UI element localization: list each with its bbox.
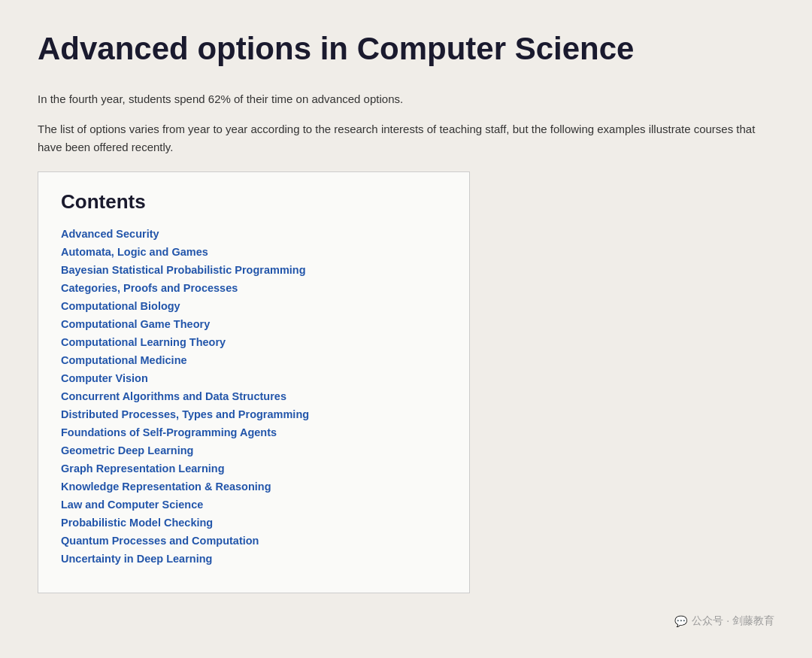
course-link[interactable]: Computational Medicine bbox=[61, 354, 187, 366]
intro-paragraph-2: The list of options varies from year to … bbox=[38, 120, 774, 156]
contents-box: Contents Advanced SecurityAutomata, Logi… bbox=[38, 171, 470, 593]
list-item: Probabilistic Model Checking bbox=[61, 516, 447, 529]
intro-paragraph-1: In the fourth year, students spend 62% o… bbox=[38, 90, 774, 108]
list-item: Uncertainty in Deep Learning bbox=[61, 552, 447, 566]
contents-title: Contents bbox=[61, 190, 447, 214]
list-item: Concurrent Algorithms and Data Structure… bbox=[61, 390, 447, 403]
course-link[interactable]: Computer Vision bbox=[61, 372, 148, 384]
list-item: Computational Learning Theory bbox=[61, 335, 447, 349]
course-link[interactable]: Geometric Deep Learning bbox=[61, 444, 193, 456]
list-item: Computational Medicine bbox=[61, 353, 447, 367]
list-item: Computational Game Theory bbox=[61, 317, 447, 331]
list-item: Computer Vision bbox=[61, 371, 447, 385]
list-item: Geometric Deep Learning bbox=[61, 444, 447, 457]
course-link[interactable]: Distributed Processes, Types and Program… bbox=[61, 408, 309, 420]
list-item: Automata, Logic and Games bbox=[61, 245, 447, 259]
course-link[interactable]: Uncertainty in Deep Learning bbox=[61, 553, 212, 565]
course-link[interactable]: Law and Computer Science bbox=[61, 499, 203, 511]
course-link[interactable]: Concurrent Algorithms and Data Structure… bbox=[61, 390, 286, 402]
list-item: Foundations of Self-Programming Agents bbox=[61, 426, 447, 439]
course-link[interactable]: Advanced Security bbox=[61, 228, 159, 240]
list-item: Graph Representation Learning bbox=[61, 462, 447, 475]
course-link[interactable]: Categories, Proofs and Processes bbox=[61, 282, 238, 294]
course-link[interactable]: Graph Representation Learning bbox=[61, 462, 225, 475]
course-link[interactable]: Automata, Logic and Games bbox=[61, 246, 208, 258]
course-link[interactable]: Computational Game Theory bbox=[61, 318, 210, 330]
list-item: Distributed Processes, Types and Program… bbox=[61, 408, 447, 421]
list-item: Advanced Security bbox=[61, 227, 447, 241]
course-link[interactable]: Knowledge Representation & Reasoning bbox=[61, 481, 271, 493]
watermark-icon: 💬 bbox=[674, 615, 687, 627]
list-item: Knowledge Representation & Reasoning bbox=[61, 480, 447, 493]
page-title: Advanced options in Computer Science bbox=[38, 30, 774, 68]
course-link[interactable]: Quantum Processes and Computation bbox=[61, 535, 259, 547]
list-item: Law and Computer Science bbox=[61, 498, 447, 511]
list-item: Bayesian Statistical Probabilistic Progr… bbox=[61, 263, 447, 277]
list-item: Quantum Processes and Computation bbox=[61, 534, 447, 547]
list-item: Computational Biology bbox=[61, 299, 447, 313]
course-link[interactable]: Probabilistic Model Checking bbox=[61, 517, 213, 529]
course-link[interactable]: Bayesian Statistical Probabilistic Progr… bbox=[61, 264, 306, 276]
watermark: 💬 公众号 · 剑藤教育 bbox=[674, 614, 774, 628]
course-link[interactable]: Foundations of Self-Programming Agents bbox=[61, 426, 277, 438]
course-link[interactable]: Computational Biology bbox=[61, 300, 180, 312]
list-item: Categories, Proofs and Processes bbox=[61, 281, 447, 295]
watermark-text: 公众号 · 剑藤教育 bbox=[692, 614, 774, 628]
course-link[interactable]: Computational Learning Theory bbox=[61, 336, 226, 348]
contents-list: Advanced SecurityAutomata, Logic and Gam… bbox=[61, 227, 447, 566]
